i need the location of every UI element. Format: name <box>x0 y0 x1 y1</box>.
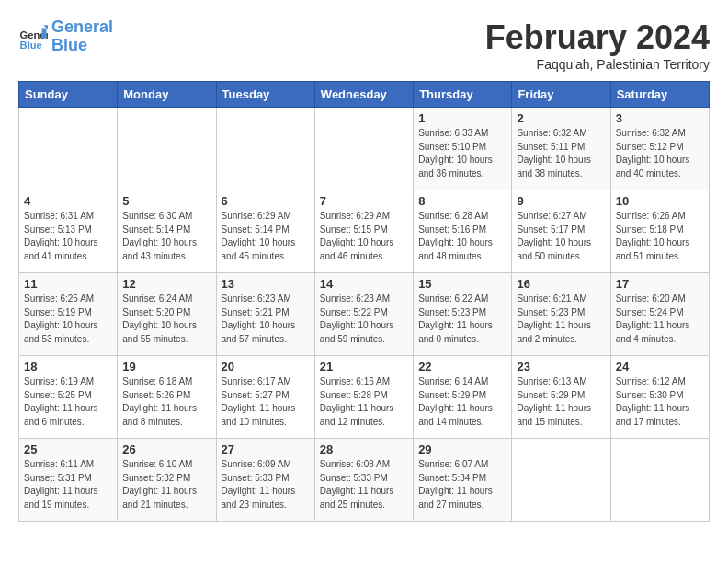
day-number: 17 <box>616 277 704 291</box>
calendar-cell: 15Sunrise: 6:22 AM Sunset: 5:23 PM Dayli… <box>414 273 512 356</box>
day-info: Sunrise: 6:29 AM Sunset: 5:15 PM Dayligh… <box>320 210 408 263</box>
day-info: Sunrise: 6:29 AM Sunset: 5:14 PM Dayligh… <box>222 210 310 263</box>
day-info: Sunrise: 6:07 AM Sunset: 5:34 PM Dayligh… <box>418 458 506 511</box>
day-number: 15 <box>418 277 506 291</box>
day-info: Sunrise: 6:33 AM Sunset: 5:10 PM Dayligh… <box>418 127 506 180</box>
day-info: Sunrise: 6:25 AM Sunset: 5:19 PM Dayligh… <box>24 293 112 346</box>
week-row-1: 1Sunrise: 6:33 AM Sunset: 5:10 PM Daylig… <box>19 108 710 190</box>
week-row-3: 11Sunrise: 6:25 AM Sunset: 5:19 PM Dayli… <box>19 273 710 356</box>
day-info: Sunrise: 6:23 AM Sunset: 5:21 PM Dayligh… <box>222 293 310 346</box>
day-number: 18 <box>24 360 112 373</box>
day-number: 22 <box>418 360 506 373</box>
day-info: Sunrise: 6:08 AM Sunset: 5:33 PM Dayligh… <box>320 458 408 511</box>
calendar-cell: 2Sunrise: 6:32 AM Sunset: 5:11 PM Daylig… <box>512 108 610 190</box>
day-number: 4 <box>24 194 112 208</box>
calendar-cell: 13Sunrise: 6:23 AM Sunset: 5:21 PM Dayli… <box>216 273 314 356</box>
day-info: Sunrise: 6:13 AM Sunset: 5:29 PM Dayligh… <box>517 375 605 429</box>
day-number: 9 <box>517 194 605 208</box>
calendar-cell: 27Sunrise: 6:09 AM Sunset: 5:33 PM Dayli… <box>216 439 314 522</box>
calendar-cell: 7Sunrise: 6:29 AM Sunset: 5:15 PM Daylig… <box>314 190 413 273</box>
day-info: Sunrise: 6:14 AM Sunset: 5:29 PM Dayligh… <box>418 375 506 429</box>
calendar-cell <box>512 439 610 522</box>
calendar-cell: 24Sunrise: 6:12 AM Sunset: 5:30 PM Dayli… <box>610 356 709 439</box>
day-number: 11 <box>24 277 112 291</box>
calendar-cell: 1Sunrise: 6:33 AM Sunset: 5:10 PM Daylig… <box>414 108 512 190</box>
calendar-cell: 6Sunrise: 6:29 AM Sunset: 5:14 PM Daylig… <box>216 190 314 273</box>
day-info: Sunrise: 6:32 AM Sunset: 5:12 PM Dayligh… <box>616 127 704 180</box>
week-row-5: 25Sunrise: 6:11 AM Sunset: 5:31 PM Dayli… <box>19 439 710 522</box>
header: General Blue General Blue February 2024 … <box>18 18 710 72</box>
day-info: Sunrise: 6:11 AM Sunset: 5:31 PM Dayligh… <box>24 458 112 511</box>
logo-blue: Blue <box>51 36 87 54</box>
calendar-cell: 25Sunrise: 6:11 AM Sunset: 5:31 PM Dayli… <box>19 439 118 522</box>
day-number: 5 <box>122 194 210 208</box>
weekday-header-friday: Friday <box>512 82 610 108</box>
day-info: Sunrise: 6:18 AM Sunset: 5:26 PM Dayligh… <box>122 375 210 429</box>
weekday-header-sunday: Sunday <box>19 82 118 108</box>
day-number: 10 <box>616 194 704 208</box>
week-row-2: 4Sunrise: 6:31 AM Sunset: 5:13 PM Daylig… <box>19 190 710 273</box>
weekday-header-thursday: Thursday <box>414 82 512 108</box>
weekday-header-tuesday: Tuesday <box>216 82 314 108</box>
calendar-cell: 20Sunrise: 6:17 AM Sunset: 5:27 PM Dayli… <box>216 356 314 439</box>
day-info: Sunrise: 6:30 AM Sunset: 5:14 PM Dayligh… <box>122 210 210 263</box>
calendar-cell: 5Sunrise: 6:30 AM Sunset: 5:14 PM Daylig… <box>118 190 216 273</box>
location-subtitle: Faqqu'ah, Palestinian Territory <box>485 57 710 72</box>
day-info: Sunrise: 6:09 AM Sunset: 5:33 PM Dayligh… <box>222 458 310 511</box>
day-number: 6 <box>222 194 310 208</box>
calendar-table: SundayMondayTuesdayWednesdayThursdayFrid… <box>18 81 710 522</box>
calendar-cell <box>314 108 413 190</box>
day-info: Sunrise: 6:27 AM Sunset: 5:17 PM Dayligh… <box>517 210 605 263</box>
day-info: Sunrise: 6:19 AM Sunset: 5:25 PM Dayligh… <box>24 375 112 429</box>
calendar-cell: 17Sunrise: 6:20 AM Sunset: 5:24 PM Dayli… <box>610 273 709 356</box>
svg-text:Blue: Blue <box>20 40 42 51</box>
calendar-cell: 28Sunrise: 6:08 AM Sunset: 5:33 PM Dayli… <box>314 439 413 522</box>
day-info: Sunrise: 6:32 AM Sunset: 5:11 PM Dayligh… <box>517 127 605 180</box>
day-number: 8 <box>418 194 506 208</box>
calendar-cell: 11Sunrise: 6:25 AM Sunset: 5:19 PM Dayli… <box>19 273 118 356</box>
calendar-cell: 18Sunrise: 6:19 AM Sunset: 5:25 PM Dayli… <box>19 356 118 439</box>
calendar-cell: 12Sunrise: 6:24 AM Sunset: 5:20 PM Dayli… <box>118 273 216 356</box>
day-number: 7 <box>320 194 408 208</box>
day-info: Sunrise: 6:21 AM Sunset: 5:23 PM Dayligh… <box>517 293 605 346</box>
title-area: February 2024 Faqqu'ah, Palestinian Terr… <box>485 18 710 72</box>
day-number: 14 <box>320 277 408 291</box>
day-info: Sunrise: 6:22 AM Sunset: 5:23 PM Dayligh… <box>418 293 506 346</box>
logo-general: General <box>51 17 113 36</box>
day-info: Sunrise: 6:17 AM Sunset: 5:27 PM Dayligh… <box>222 375 310 429</box>
calendar-cell: 9Sunrise: 6:27 AM Sunset: 5:17 PM Daylig… <box>512 190 610 273</box>
day-number: 21 <box>320 360 408 373</box>
day-number: 3 <box>616 111 704 125</box>
day-info: Sunrise: 6:23 AM Sunset: 5:22 PM Dayligh… <box>320 293 408 346</box>
calendar-cell <box>610 439 709 522</box>
calendar-cell <box>216 108 314 190</box>
month-title: February 2024 <box>485 18 710 57</box>
day-info: Sunrise: 6:12 AM Sunset: 5:30 PM Dayligh… <box>616 375 704 429</box>
day-number: 16 <box>517 277 605 291</box>
day-info: Sunrise: 6:10 AM Sunset: 5:32 PM Dayligh… <box>122 458 210 511</box>
day-number: 13 <box>222 277 310 291</box>
weekday-header-wednesday: Wednesday <box>314 82 413 108</box>
calendar-cell: 14Sunrise: 6:23 AM Sunset: 5:22 PM Dayli… <box>314 273 413 356</box>
day-number: 2 <box>517 111 605 125</box>
calendar-cell <box>118 108 216 190</box>
week-row-4: 18Sunrise: 6:19 AM Sunset: 5:25 PM Dayli… <box>19 356 710 439</box>
day-number: 23 <box>517 360 605 373</box>
calendar-cell: 26Sunrise: 6:10 AM Sunset: 5:32 PM Dayli… <box>118 439 216 522</box>
calendar-cell: 22Sunrise: 6:14 AM Sunset: 5:29 PM Dayli… <box>414 356 512 439</box>
day-info: Sunrise: 6:16 AM Sunset: 5:28 PM Dayligh… <box>320 375 408 429</box>
weekday-header-row: SundayMondayTuesdayWednesdayThursdayFrid… <box>19 82 710 108</box>
day-number: 12 <box>122 277 210 291</box>
calendar-cell: 16Sunrise: 6:21 AM Sunset: 5:23 PM Dayli… <box>512 273 610 356</box>
day-number: 27 <box>222 442 310 456</box>
day-info: Sunrise: 6:24 AM Sunset: 5:20 PM Dayligh… <box>122 293 210 346</box>
day-number: 24 <box>616 360 704 373</box>
calendar-cell: 10Sunrise: 6:26 AM Sunset: 5:18 PM Dayli… <box>610 190 709 273</box>
weekday-header-monday: Monday <box>118 82 216 108</box>
logo-icon: General Blue <box>18 22 48 52</box>
calendar-cell: 23Sunrise: 6:13 AM Sunset: 5:29 PM Dayli… <box>512 356 610 439</box>
calendar-cell: 4Sunrise: 6:31 AM Sunset: 5:13 PM Daylig… <box>19 190 118 273</box>
logo: General Blue General Blue <box>18 18 113 55</box>
day-info: Sunrise: 6:26 AM Sunset: 5:18 PM Dayligh… <box>616 210 704 263</box>
calendar-cell: 29Sunrise: 6:07 AM Sunset: 5:34 PM Dayli… <box>414 439 512 522</box>
